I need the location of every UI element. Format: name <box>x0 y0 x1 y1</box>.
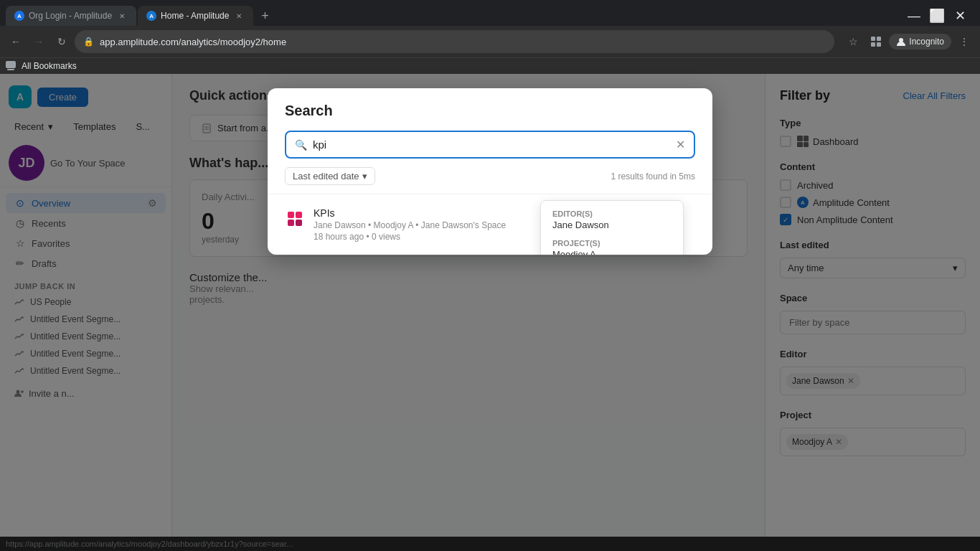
svg-rect-6 <box>7 69 14 70</box>
back-button[interactable]: ← <box>6 32 26 52</box>
svg-rect-1 <box>877 37 881 41</box>
last-edited-date-label: Last edited date <box>293 171 359 182</box>
dropdown-editor-label: Editor(s) <box>552 209 672 218</box>
result-dropdown: Editor(s) Jane Dawson Project(s) Moodjoy… <box>540 200 684 255</box>
result-kpis-separator: • <box>366 232 372 242</box>
address-url: app.amplitude.com/analytics/moodjoy2/hom… <box>100 37 286 47</box>
search-clear-button[interactable]: ✕ <box>676 138 685 151</box>
window-controls: — ⬜ ✕ <box>905 7 974 24</box>
new-tab-button[interactable]: + <box>255 6 275 26</box>
extensions-button[interactable] <box>866 32 886 52</box>
results-count: 1 results found in 5ms <box>611 171 695 182</box>
reload-button[interactable]: ↻ <box>52 32 72 52</box>
tab-close-2[interactable]: ✕ <box>233 10 245 22</box>
svg-rect-0 <box>871 37 875 41</box>
tab-home[interactable]: A Home - Amplitude ✕ <box>138 6 253 26</box>
lock-icon: 🔒 <box>83 37 94 47</box>
dropdown-project-label: Project(s) <box>552 239 672 248</box>
address-bar[interactable]: 🔒 app.amplitude.com/analytics/moodjoy2/h… <box>75 30 834 53</box>
incognito-badge[interactable]: Incognito <box>889 34 951 50</box>
close-button[interactable]: ✕ <box>951 7 969 24</box>
bookmarks-icon <box>6 61 16 71</box>
dropdown-editor-section: Editor(s) Jane Dawson <box>552 209 672 230</box>
dropdown-project-section: Project(s) Moodjoy A <box>552 239 672 255</box>
minimize-button[interactable]: — <box>905 7 923 24</box>
forward-button[interactable]: → <box>29 32 49 52</box>
tab-favicon-2: A <box>146 11 156 21</box>
app-content: A Create Recent ▾ Templates S... JD Go T… <box>0 74 980 551</box>
nav-actions: ☆ Incognito ⋮ <box>843 32 974 52</box>
tab-org-login[interactable]: A Org Login - Amplitude ✕ <box>6 6 136 26</box>
dropdown-editor-value: Jane Dawson <box>552 220 672 230</box>
tab-title-2: Home - Amplitude <box>161 11 229 21</box>
grid-cell-1 <box>288 212 294 218</box>
last-edited-date-button[interactable]: Last edited date ▾ <box>285 167 375 185</box>
svg-rect-5 <box>6 61 16 68</box>
tab-favicon-1: A <box>14 11 24 21</box>
menu-button[interactable]: ⋮ <box>954 32 974 52</box>
search-result-kpis[interactable]: KPIs Jane Dawson • Moodjoy A • Jane Daws… <box>268 200 712 249</box>
result-kpis-time-ago: 18 hours ago <box>314 232 364 242</box>
search-icon: 🔍 <box>295 139 307 151</box>
bookmarks-label: All Bookmarks <box>22 61 77 71</box>
result-kpis-breadcrumb: Jane Dawson • Moodjoy A • Jane Dawson's … <box>314 220 506 230</box>
grid-cell-3 <box>288 220 294 226</box>
last-edited-date-arrow: ▾ <box>362 171 367 182</box>
search-title: Search <box>285 103 695 119</box>
nav-bar: ← → ↻ 🔒 app.amplitude.com/analytics/mood… <box>0 26 980 57</box>
search-results: KPIs Jane Dawson • Moodjoy A • Jane Daws… <box>268 194 712 255</box>
search-filters-bar: Last edited date ▾ 1 results found in 5m… <box>268 159 712 194</box>
tab-title-1: Org Login - Amplitude <box>29 11 112 21</box>
result-kpis-icon <box>285 209 305 229</box>
search-input-wrapper: 🔍 ✕ <box>285 131 695 159</box>
search-modal: Search 🔍 ✕ Last edited date ▾ 1 results … <box>268 88 712 255</box>
dashboard-result-grid <box>288 212 302 226</box>
search-input[interactable] <box>313 138 670 151</box>
bookmarks-bar: All Bookmarks <box>0 57 980 74</box>
maximize-button[interactable]: ⬜ <box>928 7 946 24</box>
grid-cell-4 <box>296 220 302 226</box>
star-button[interactable]: ☆ <box>843 32 863 52</box>
tab-close-1[interactable]: ✕ <box>116 10 128 22</box>
svg-rect-3 <box>877 42 881 47</box>
result-kpis-views: 0 views <box>372 232 400 242</box>
search-header: Search 🔍 ✕ <box>268 88 712 159</box>
grid-cell-2 <box>296 212 302 218</box>
dropdown-project-value: Moodjoy A <box>552 249 672 255</box>
tab-bar: A Org Login - Amplitude ✕ A Home - Ampli… <box>0 0 980 26</box>
incognito-label: Incognito <box>909 37 944 47</box>
svg-rect-2 <box>871 42 875 47</box>
